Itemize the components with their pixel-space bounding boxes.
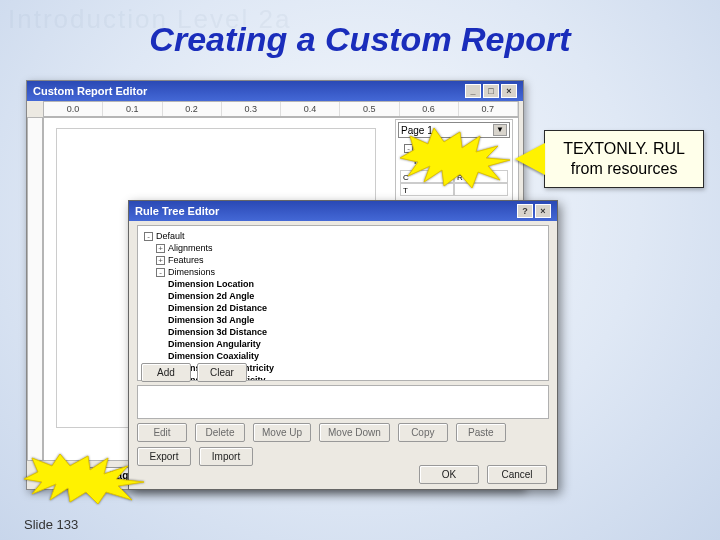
clear-button[interactable]: Clear — [197, 363, 247, 382]
ok-button[interactable]: OK — [419, 465, 479, 484]
maximize-button[interactable]: □ — [483, 84, 499, 98]
ruler-tick: 0.4 — [281, 102, 340, 116]
dialog-titlebar[interactable]: Rule Tree Editor ? × — [129, 201, 557, 221]
slide-number: Slide 133 — [24, 517, 78, 532]
starburst-highlight-tabs — [24, 454, 154, 504]
move-down-button[interactable]: Move Down — [319, 423, 390, 442]
tree-item[interactable]: Dimension 3d Distance — [144, 326, 542, 338]
copy-button[interactable]: Copy — [398, 423, 448, 442]
svg-marker-1 — [24, 454, 144, 504]
rule-tree-editor-dialog: Rule Tree Editor ? × -Default +Alignment… — [128, 200, 558, 490]
ruler-tick: 0.6 — [400, 102, 459, 116]
collapse-icon[interactable]: - — [156, 268, 165, 277]
tree-item[interactable]: Alignments — [168, 243, 213, 253]
titlebar[interactable]: Custom Report Editor _ □ × — [27, 81, 523, 101]
add-button[interactable]: Add — [141, 363, 191, 382]
edit-button[interactable]: Edit — [137, 423, 187, 442]
cancel-button[interactable]: Cancel — [487, 465, 547, 484]
import-button[interactable]: Import — [199, 447, 253, 466]
vertical-ruler — [27, 117, 43, 461]
tree-item[interactable]: Dimensions — [168, 267, 215, 277]
tree-item[interactable]: Dimension 2d Distance — [144, 302, 542, 314]
close-button[interactable]: × — [535, 204, 551, 218]
callout-line1: TEXTONLY. RUL — [563, 139, 685, 159]
arrow-left-icon — [515, 143, 545, 175]
minimize-button[interactable]: _ — [465, 84, 481, 98]
ruler-tick: 0.5 — [340, 102, 399, 116]
help-button[interactable]: ? — [517, 204, 533, 218]
tree-item[interactable]: Dimension Angularity — [144, 338, 542, 350]
tree-item[interactable]: Dimension 3d Angle — [144, 314, 542, 326]
svg-marker-0 — [400, 128, 510, 188]
tree-item[interactable]: Features — [168, 255, 204, 265]
ruler-tick: 0.3 — [222, 102, 281, 116]
paste-button[interactable]: Paste — [456, 423, 506, 442]
tree-root: Default — [156, 231, 185, 241]
tree-item[interactable]: Dimension 2d Angle — [144, 290, 542, 302]
rule-expression-box[interactable] — [137, 385, 549, 419]
callout: TEXTONLY. RUL from resources — [515, 130, 704, 188]
window-controls: _ □ × — [465, 84, 517, 98]
slide-title: Creating a Custom Report — [0, 20, 720, 59]
ruler-tick: 0.2 — [163, 102, 222, 116]
starburst-highlight — [400, 128, 520, 188]
ruler-tick: 0.0 — [44, 102, 103, 116]
tree-item[interactable]: Dimension Location — [144, 278, 542, 290]
ruler-tick: 0.7 — [459, 102, 518, 116]
callout-line2: from resources — [563, 159, 685, 179]
ruler-tick: 0.1 — [103, 102, 162, 116]
delete-button[interactable]: Delete — [195, 423, 245, 442]
callout-box: TEXTONLY. RUL from resources — [544, 130, 704, 188]
tree-item[interactable]: Dimension Coaxiality — [144, 350, 542, 362]
horizontal-ruler: 0.0 0.1 0.2 0.3 0.4 0.5 0.6 0.7 — [43, 101, 519, 117]
dialog-title: Rule Tree Editor — [135, 205, 219, 217]
expand-icon[interactable]: + — [156, 244, 165, 253]
move-up-button[interactable]: Move Up — [253, 423, 311, 442]
dialog-window-controls: ? × — [517, 204, 551, 218]
close-button[interactable]: × — [501, 84, 517, 98]
rule-tree-list[interactable]: -Default +Alignments +Features -Dimensio… — [137, 225, 549, 381]
collapse-icon[interactable]: - — [144, 232, 153, 241]
expand-icon[interactable]: + — [156, 256, 165, 265]
window-title: Custom Report Editor — [33, 85, 147, 97]
